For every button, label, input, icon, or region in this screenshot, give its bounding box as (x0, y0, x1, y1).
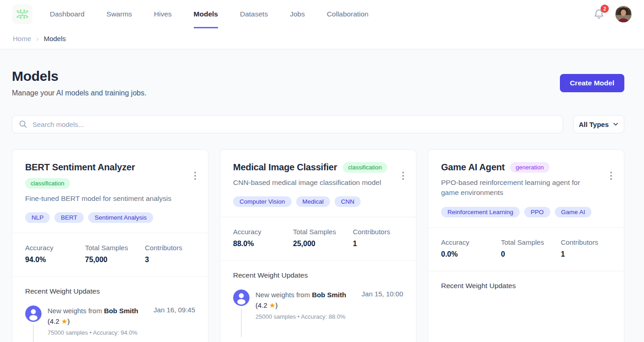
update-meta: 25000 samples • Accuracy: 88.0% (255, 313, 403, 320)
stat-label-contributors: Contributors (145, 244, 182, 252)
notification-badge: 2 (601, 5, 609, 13)
model-cards-grid: BERT Sentiment Analyzer classification F… (12, 149, 624, 342)
update-user: Bob Smith (312, 291, 346, 299)
kebab-menu-button[interactable] (399, 169, 407, 183)
model-tag: NLP (25, 212, 50, 223)
model-tags: NLPBERTSentiment Analysis (25, 212, 193, 223)
updates-heading: Recent Weight Updates (441, 282, 611, 290)
nav-item-hives[interactable]: Hives (154, 0, 172, 28)
model-card: Game AI Agent generation PPO-based reinf… (428, 149, 624, 342)
update-rail (25, 305, 42, 342)
model-tag: Game AI (555, 207, 592, 217)
model-tags: Reinforcement LearningPPOGame AI (441, 207, 609, 217)
stat-label-accuracy: Accuracy (25, 244, 85, 252)
model-type-badge: classification (25, 178, 70, 189)
stat-label-contributors: Contributors (353, 228, 390, 236)
app-logo[interactable] (12, 4, 32, 24)
model-tag: PPO (524, 207, 550, 217)
stat-value-samples: 25,000 (293, 240, 353, 248)
breadcrumb-home[interactable]: Home (13, 35, 31, 42)
model-description: Fine-tuned BERT model for sentiment anal… (25, 194, 182, 204)
update-body: New weights from Bob Smith (4.2 ★) Jan 1… (48, 305, 195, 342)
stat-label-accuracy: Accuracy (233, 228, 293, 236)
model-tag: Reinforcement Learning (441, 207, 520, 217)
chevron-down-icon (612, 121, 619, 127)
model-tag: Computer Vision (233, 196, 292, 207)
breadcrumb-current: Models (44, 35, 66, 42)
toolbar: All Types (12, 115, 624, 133)
network-logo-icon (16, 8, 29, 21)
update-prefix: New weights from (255, 291, 310, 299)
stat-label-samples: Total Samples (501, 238, 561, 246)
model-card-header: BERT Sentiment Analyzer classification F… (12, 150, 208, 233)
model-card-header: Game AI Agent generation PPO-based reinf… (428, 150, 624, 227)
update-rail (233, 289, 250, 337)
type-filter-dropdown[interactable]: All Types (573, 115, 624, 133)
model-stats: Accuracy 94.0% Total Samples 75,000 Cont… (12, 233, 208, 277)
search-box (12, 115, 563, 133)
model-tag: Medical (296, 196, 330, 207)
search-input[interactable] (12, 115, 563, 133)
model-card: Medical Image Classifier classification … (220, 149, 416, 342)
stat-value-contributors: 3 (145, 256, 182, 264)
timeline-connector (241, 309, 242, 337)
nav-right-actions: 2 (593, 6, 632, 22)
updates-heading: Recent Weight Updates (25, 287, 195, 295)
update-prefix: New weights from (48, 307, 102, 315)
nav-item-collaboration[interactable]: Collaboration (327, 0, 368, 28)
update-user: Bob Smith (104, 307, 138, 315)
stat-value-accuracy: 94.0% (25, 256, 85, 264)
stat-value-samples: 0 (501, 250, 561, 258)
nav-item-datasets[interactable]: Datasets (240, 0, 268, 28)
search-icon (19, 120, 27, 129)
update-rating: (4.2 ★) (255, 301, 277, 309)
kebab-menu-button[interactable] (607, 169, 615, 183)
update-date: Jan 15, 10:00 (362, 290, 403, 310)
nav-item-swarms[interactable]: Swarms (106, 0, 132, 28)
rating-close: ) (275, 301, 277, 309)
rating-open: (4.2 (255, 301, 269, 309)
nav-item-jobs[interactable]: Jobs (290, 0, 305, 28)
page-title: Models (12, 68, 146, 84)
model-description: CNN-based medical image classification m… (233, 178, 390, 188)
model-type-badge: classification (343, 162, 388, 173)
stat-value-contributors: 1 (561, 250, 598, 258)
main-nav: Dashboard Swarms Hives Models Datasets J… (50, 0, 390, 28)
weight-update-item: New weights from Bob Smith (4.2 ★) Jan 1… (233, 289, 403, 337)
updates-list: New weights from Bob Smith (4.2 ★) Jan 1… (25, 305, 195, 342)
model-card-header: Medical Image Classifier classification … (220, 150, 416, 217)
user-avatar-icon (233, 289, 250, 306)
model-stats: Accuracy 0.0% Total Samples 0 Contributo… (428, 227, 624, 271)
stat-value-accuracy: 88.0% (233, 240, 293, 248)
rating-close: ) (67, 317, 69, 325)
notification-bell-button[interactable]: 2 (593, 8, 605, 21)
stat-value-samples: 75,000 (85, 256, 145, 264)
type-filter-label: All Types (579, 121, 609, 128)
model-title: BERT Sentiment Analyzer (25, 162, 135, 173)
update-rating: (4.2 ★) (48, 317, 69, 325)
user-avatar-icon (25, 305, 42, 322)
stat-label-contributors: Contributors (561, 238, 598, 246)
update-text: New weights from Bob Smith (4.2 ★) (255, 290, 355, 310)
updates-heading: Recent Weight Updates (233, 271, 403, 279)
user-avatar[interactable] (615, 6, 632, 22)
model-tags: Computer VisionMedicalCNN (233, 196, 401, 207)
stat-label-samples: Total Samples (85, 244, 145, 252)
model-tag: Sentiment Analysis (88, 212, 153, 223)
update-meta: 75000 samples • Accuracy: 94.0% (48, 329, 195, 336)
nav-item-models[interactable]: Models (194, 0, 218, 28)
nav-item-dashboard[interactable]: Dashboard (50, 0, 85, 28)
stat-label-samples: Total Samples (293, 228, 353, 236)
kebab-menu-button[interactable] (192, 169, 199, 183)
star-icon: ★ (269, 301, 275, 309)
update-date: Jan 16, 09:45 (154, 306, 195, 326)
page-header: Models Manage your AI models and trainin… (12, 68, 624, 97)
model-tag: BERT (54, 212, 84, 223)
star-icon: ★ (61, 317, 67, 325)
stat-value-contributors: 1 (353, 240, 390, 248)
create-model-button[interactable]: Create Model (560, 74, 624, 92)
breadcrumb: Home › Models (0, 28, 644, 49)
chevron-right-icon: › (36, 35, 39, 42)
updates-list: New weights from Bob Smith (4.2 ★) Jan 1… (233, 289, 403, 337)
rating-open: (4.2 (48, 317, 61, 325)
